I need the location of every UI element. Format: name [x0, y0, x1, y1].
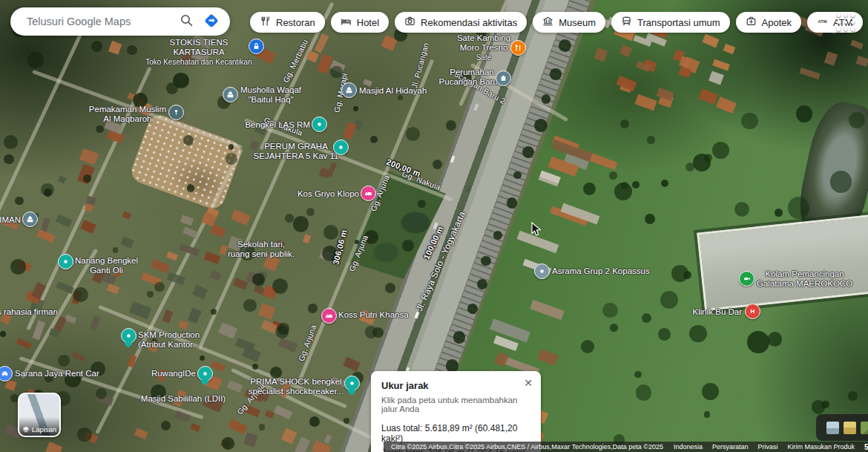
roof: [113, 266, 122, 278]
attribution-link-persyaratan[interactable]: Persyaratan: [712, 443, 749, 451]
hotel-icon: [341, 16, 352, 29]
tree: [704, 411, 711, 418]
chip-apotek[interactable]: Apotek: [736, 12, 801, 33]
tree: [768, 332, 783, 347]
roof: [635, 94, 657, 111]
layers-button-shade: Lapisan: [19, 417, 59, 436]
roof: [16, 338, 31, 349]
attribution-link-privasi[interactable]: Privasi: [758, 443, 778, 451]
roof: [699, 88, 718, 104]
roof: [343, 122, 357, 140]
roof: [800, 68, 821, 79]
tree: [385, 283, 395, 293]
tree: [77, 428, 92, 442]
car: [474, 104, 479, 111]
chip-hotel[interactable]: Hotel: [331, 12, 389, 33]
roof: [231, 209, 251, 226]
chip-label: Transportasi umum: [637, 17, 720, 28]
tree: [91, 361, 105, 376]
chip-museum[interactable]: Museum: [533, 12, 605, 33]
tree: [330, 66, 342, 78]
roof: [1, 313, 12, 325]
roof: [294, 437, 310, 452]
chip-transportasi-umum[interactable]: Transportasi umum: [611, 12, 730, 33]
tree: [689, 325, 706, 342]
roof: [530, 300, 565, 321]
roof: [56, 281, 73, 294]
tree: [741, 113, 758, 130]
tree: [661, 180, 668, 187]
roof: [56, 214, 73, 227]
tree: [683, 271, 691, 279]
tree: [634, 371, 642, 379]
close-icon[interactable]: [522, 376, 534, 390]
imagery-thumbnail[interactable]: [826, 422, 839, 434]
tree: [272, 278, 288, 294]
tree: [702, 383, 719, 400]
tree: [583, 183, 596, 195]
roof: [226, 380, 243, 393]
scale-label: 50 m: [864, 443, 868, 451]
roof: [363, 79, 372, 87]
imagery-thumbnail[interactable]: [844, 422, 856, 434]
roof: [244, 433, 258, 448]
area-total: Luas total: 5.618,89 m² (60.481,20 kaki²…: [381, 423, 530, 444]
roof: [121, 237, 134, 249]
tree: [685, 163, 694, 171]
roof: [702, 33, 719, 48]
chip-restoran[interactable]: Restoran: [250, 12, 325, 33]
roof: [92, 269, 105, 284]
tree: [542, 94, 550, 103]
tree: [4, 154, 14, 165]
roof: [193, 284, 208, 298]
tree: [270, 367, 282, 379]
roof: [240, 404, 260, 418]
tree: [343, 418, 349, 424]
car: [433, 223, 438, 230]
roof: [162, 309, 173, 323]
tree: [32, 213, 38, 219]
tree: [147, 291, 154, 298]
tree: [154, 282, 165, 292]
chip-rekomendasi-aktivitas[interactable]: Rekomendasi aktivitas: [395, 12, 527, 33]
tree: [306, 208, 315, 216]
imagery-thumbnail[interactable]: [861, 422, 868, 434]
roof: [124, 329, 136, 341]
search-input[interactable]: [25, 15, 174, 28]
search-button[interactable]: [174, 9, 199, 34]
layers-button[interactable]: Lapisan: [18, 393, 61, 437]
scale-control[interactable]: 50 m: [864, 443, 868, 451]
atm-icon: ATM: [817, 16, 828, 29]
tree: [45, 374, 53, 382]
chip-label: Museum: [559, 17, 596, 28]
roof: [71, 351, 85, 361]
roof: [594, 48, 608, 61]
roof: [712, 59, 729, 71]
tree: [83, 174, 91, 183]
pegman-bar: [816, 414, 868, 441]
roof: [122, 212, 131, 220]
car: [467, 186, 472, 193]
tree: [0, 331, 6, 337]
tree: [355, 240, 359, 244]
apps-grid-icon[interactable]: [837, 13, 856, 33]
directions-button[interactable]: [199, 9, 224, 34]
attribution-link-indonesia[interactable]: Indonesia: [674, 443, 703, 451]
roof: [180, 214, 194, 226]
roof: [79, 148, 99, 165]
tree: [27, 52, 44, 68]
tree: [481, 256, 491, 266]
tree: [293, 216, 309, 232]
apps-grid-dot: [844, 13, 848, 17]
roof: [179, 321, 189, 330]
tree: [113, 247, 119, 253]
attribution-link-kirim-masukan-produk[interactable]: Kirim Masukan Produk: [788, 443, 855, 451]
tree: [477, 279, 487, 289]
tree: [830, 171, 852, 193]
museum-icon: [542, 16, 553, 29]
tree: [747, 331, 769, 353]
apps-grid-dot: [844, 21, 848, 24]
roof: [80, 220, 96, 234]
roof: [723, 44, 735, 54]
tree: [609, 171, 617, 180]
